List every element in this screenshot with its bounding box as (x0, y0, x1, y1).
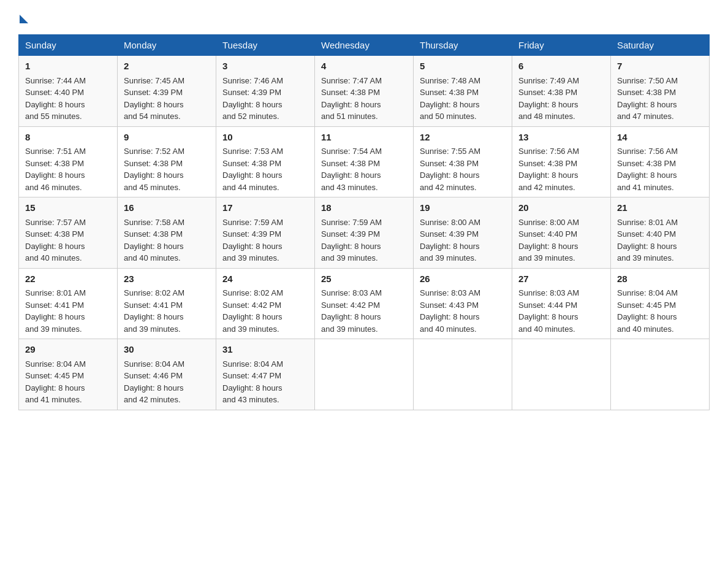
day-number: 11 (321, 131, 407, 145)
calendar-cell: 16 Sunrise: 7:58 AMSunset: 4:38 PMDaylig… (118, 197, 216, 269)
day-header-thursday: Thursday (414, 35, 512, 56)
day-number: 16 (124, 201, 210, 215)
day-info: Sunrise: 8:04 AMSunset: 4:45 PMDaylight:… (25, 359, 86, 405)
day-number: 14 (617, 131, 703, 145)
day-info: Sunrise: 7:59 AMSunset: 4:39 PMDaylight:… (321, 218, 382, 263)
day-info: Sunrise: 7:58 AMSunset: 4:38 PMDaylight:… (124, 218, 184, 263)
day-number: 15 (25, 201, 111, 215)
day-number: 6 (518, 59, 604, 74)
day-header-tuesday: Tuesday (216, 35, 315, 56)
calendar-cell: 24 Sunrise: 8:02 AMSunset: 4:42 PMDaylig… (216, 268, 315, 339)
calendar-cell: 13 Sunrise: 7:56 AMSunset: 4:38 PMDaylig… (512, 126, 611, 197)
calendar-cell (315, 339, 414, 410)
day-number: 28 (617, 272, 703, 286)
day-info: Sunrise: 7:57 AMSunset: 4:38 PMDaylight:… (25, 218, 86, 263)
calendar-cell: 19 Sunrise: 8:00 AMSunset: 4:39 PMDaylig… (414, 197, 512, 269)
calendar-week-row: 15 Sunrise: 7:57 AMSunset: 4:38 PMDaylig… (19, 197, 710, 269)
day-number: 17 (222, 201, 308, 215)
day-number: 19 (420, 201, 506, 215)
day-number: 20 (518, 201, 604, 215)
day-info: Sunrise: 8:04 AMSunset: 4:46 PMDaylight:… (124, 359, 184, 405)
day-info: Sunrise: 7:56 AMSunset: 4:38 PMDaylight:… (518, 147, 579, 192)
day-info: Sunrise: 8:04 AMSunset: 4:45 PMDaylight:… (617, 288, 678, 334)
calendar-cell (611, 339, 710, 410)
days-header-row: SundayMondayTuesdayWednesdayThursdayFrid… (19, 35, 710, 56)
day-info: Sunrise: 8:03 AMSunset: 4:42 PMDaylight:… (321, 288, 382, 334)
calendar-cell: 1 Sunrise: 7:44 AMSunset: 4:40 PMDayligh… (19, 56, 118, 127)
day-number: 12 (420, 131, 506, 145)
calendar-cell: 11 Sunrise: 7:54 AMSunset: 4:38 PMDaylig… (315, 126, 414, 197)
day-number: 1 (25, 59, 111, 74)
day-info: Sunrise: 7:53 AMSunset: 4:38 PMDaylight:… (222, 147, 283, 192)
calendar-cell: 2 Sunrise: 7:45 AMSunset: 4:39 PMDayligh… (118, 56, 216, 127)
day-number: 4 (321, 59, 407, 74)
logo-arrow-icon (20, 15, 28, 23)
calendar-table: SundayMondayTuesdayWednesdayThursdayFrid… (18, 34, 710, 410)
day-info: Sunrise: 8:04 AMSunset: 4:47 PMDaylight:… (222, 359, 283, 405)
day-info: Sunrise: 7:46 AMSunset: 4:39 PMDaylight:… (222, 76, 283, 121)
calendar-cell: 27 Sunrise: 8:03 AMSunset: 4:44 PMDaylig… (512, 268, 611, 339)
day-info: Sunrise: 8:01 AMSunset: 4:40 PMDaylight:… (617, 218, 678, 263)
day-number: 2 (124, 59, 210, 74)
calendar-cell: 30 Sunrise: 8:04 AMSunset: 4:46 PMDaylig… (118, 339, 216, 410)
page-header (18, 12, 710, 22)
day-number: 8 (25, 131, 111, 145)
day-header-sunday: Sunday (19, 35, 118, 56)
calendar-cell: 8 Sunrise: 7:51 AMSunset: 4:38 PMDayligh… (19, 126, 118, 197)
calendar-week-row: 29 Sunrise: 8:04 AMSunset: 4:45 PMDaylig… (19, 339, 710, 410)
day-number: 25 (321, 272, 407, 286)
day-header-friday: Friday (512, 35, 611, 56)
calendar-week-row: 8 Sunrise: 7:51 AMSunset: 4:38 PMDayligh… (19, 126, 710, 197)
day-info: Sunrise: 7:55 AMSunset: 4:38 PMDaylight:… (420, 147, 480, 192)
day-info: Sunrise: 8:00 AMSunset: 4:39 PMDaylight:… (420, 218, 480, 263)
calendar-cell: 17 Sunrise: 7:59 AMSunset: 4:39 PMDaylig… (216, 197, 315, 269)
calendar-week-row: 1 Sunrise: 7:44 AMSunset: 4:40 PMDayligh… (19, 56, 710, 127)
calendar-cell: 9 Sunrise: 7:52 AMSunset: 4:38 PMDayligh… (118, 126, 216, 197)
calendar-cell: 23 Sunrise: 8:02 AMSunset: 4:41 PMDaylig… (118, 268, 216, 339)
calendar-cell: 22 Sunrise: 8:01 AMSunset: 4:41 PMDaylig… (19, 268, 118, 339)
day-number: 29 (25, 343, 111, 357)
day-info: Sunrise: 8:02 AMSunset: 4:42 PMDaylight:… (222, 288, 283, 334)
day-number: 26 (420, 272, 506, 286)
day-header-wednesday: Wednesday (315, 35, 414, 56)
day-number: 18 (321, 201, 407, 215)
day-info: Sunrise: 8:01 AMSunset: 4:41 PMDaylight:… (25, 288, 86, 334)
calendar-cell: 7 Sunrise: 7:50 AMSunset: 4:38 PMDayligh… (611, 56, 710, 127)
day-info: Sunrise: 7:45 AMSunset: 4:39 PMDaylight:… (124, 76, 184, 121)
day-info: Sunrise: 7:56 AMSunset: 4:38 PMDaylight:… (617, 147, 678, 192)
day-info: Sunrise: 7:50 AMSunset: 4:38 PMDaylight:… (617, 76, 678, 121)
day-number: 21 (617, 201, 703, 215)
day-header-saturday: Saturday (611, 35, 710, 56)
day-info: Sunrise: 7:54 AMSunset: 4:38 PMDaylight:… (321, 147, 382, 192)
day-number: 22 (25, 272, 111, 286)
day-number: 5 (420, 59, 506, 74)
day-number: 23 (124, 272, 210, 286)
day-info: Sunrise: 8:00 AMSunset: 4:40 PMDaylight:… (518, 218, 579, 263)
calendar-cell: 28 Sunrise: 8:04 AMSunset: 4:45 PMDaylig… (611, 268, 710, 339)
calendar-cell: 4 Sunrise: 7:47 AMSunset: 4:38 PMDayligh… (315, 56, 414, 127)
calendar-cell: 6 Sunrise: 7:49 AMSunset: 4:38 PMDayligh… (512, 56, 611, 127)
day-number: 31 (222, 343, 308, 357)
day-number: 3 (222, 59, 308, 74)
day-header-monday: Monday (118, 35, 216, 56)
calendar-cell (512, 339, 611, 410)
day-info: Sunrise: 7:52 AMSunset: 4:38 PMDaylight:… (124, 147, 184, 192)
calendar-cell: 20 Sunrise: 8:00 AMSunset: 4:40 PMDaylig… (512, 197, 611, 269)
calendar-cell: 21 Sunrise: 8:01 AMSunset: 4:40 PMDaylig… (611, 197, 710, 269)
calendar-cell: 29 Sunrise: 8:04 AMSunset: 4:45 PMDaylig… (19, 339, 118, 410)
day-number: 13 (518, 131, 604, 145)
day-number: 10 (222, 131, 308, 145)
day-info: Sunrise: 7:48 AMSunset: 4:38 PMDaylight:… (420, 76, 480, 121)
day-number: 9 (124, 131, 210, 145)
calendar-week-row: 22 Sunrise: 8:01 AMSunset: 4:41 PMDaylig… (19, 268, 710, 339)
calendar-cell: 14 Sunrise: 7:56 AMSunset: 4:38 PMDaylig… (611, 126, 710, 197)
day-number: 27 (518, 272, 604, 286)
day-info: Sunrise: 7:44 AMSunset: 4:40 PMDaylight:… (25, 76, 86, 121)
day-info: Sunrise: 7:51 AMSunset: 4:38 PMDaylight:… (25, 147, 86, 192)
day-info: Sunrise: 8:02 AMSunset: 4:41 PMDaylight:… (124, 288, 184, 334)
day-info: Sunrise: 7:49 AMSunset: 4:38 PMDaylight:… (518, 76, 579, 121)
calendar-cell: 26 Sunrise: 8:03 AMSunset: 4:43 PMDaylig… (414, 268, 512, 339)
day-number: 24 (222, 272, 308, 286)
calendar-cell: 15 Sunrise: 7:57 AMSunset: 4:38 PMDaylig… (19, 197, 118, 269)
calendar-cell: 5 Sunrise: 7:48 AMSunset: 4:38 PMDayligh… (414, 56, 512, 127)
